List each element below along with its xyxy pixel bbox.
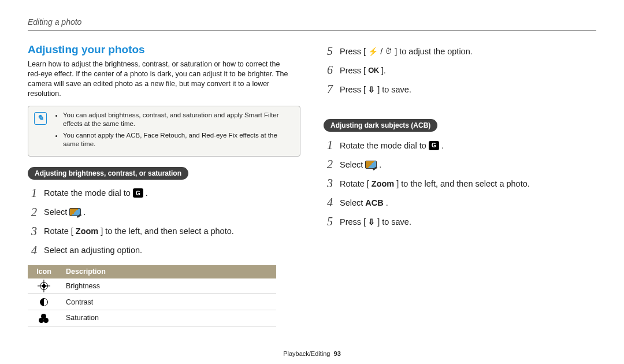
steps-list: 1 Rotate the mode dial to . 2 Select .	[28, 187, 300, 257]
edit-photo-icon	[69, 208, 81, 216]
note-box: ✎ You can adjust brightness, contrast, a…	[28, 106, 300, 157]
step-number: 5	[324, 215, 333, 228]
step-text: Rotate the mode dial to .	[44, 188, 148, 198]
step-number: 7	[324, 83, 333, 96]
step-text: Rotate [Zoom] to the left, and then sele…	[340, 179, 530, 188]
step-number: 2	[324, 158, 333, 171]
step-row: 7 Press [⇩] to save.	[324, 83, 596, 96]
step-number: 4	[324, 196, 333, 209]
step-text: Press [⇩] to save.	[340, 85, 411, 94]
contrast-icon	[40, 298, 48, 306]
options-table: Icon Description Brightness Contrast	[28, 265, 276, 326]
table-header-icon: Icon	[28, 265, 60, 278]
step-number: 3	[28, 225, 37, 238]
footer-page-number: 93	[334, 350, 341, 357]
step-row: 2 Select .	[28, 206, 300, 219]
subsection-pill-adjusting: Adjusting brightness, contrast, or satur…	[28, 167, 188, 180]
contrast-icon-cell	[28, 294, 60, 310]
acb-steps-list: 1 Rotate the mode dial to . 2 Select .	[324, 139, 596, 228]
flash-icon: ⚡	[368, 47, 378, 56]
step-number: 2	[28, 206, 37, 219]
page: Editing a photo Adjusting your photos Le…	[0, 0, 624, 364]
step-text: Select .	[340, 160, 381, 169]
footer-section: Playback/Editing	[283, 350, 330, 357]
ok-button-icon: OK	[368, 66, 379, 75]
save-icon: ⇩	[368, 85, 375, 94]
step-text: Press [OK].	[340, 66, 386, 75]
timer-icon: ⏱	[385, 47, 392, 55]
divider	[28, 30, 596, 31]
step-text: Select ACB.	[340, 198, 388, 207]
step-number: 6	[324, 64, 333, 77]
note-item: You can adjust brightness, contrast, and…	[63, 111, 294, 129]
step-text: Rotate [Zoom] to the left, and then sele…	[44, 226, 234, 236]
step-row: 5 Press [⚡/⏱] to adjust the option.	[324, 44, 596, 58]
table-cell: Brightness	[60, 278, 276, 294]
note-icon: ✎	[34, 112, 47, 125]
step-text: Press [⇩] to save.	[340, 217, 411, 226]
table-row: Contrast	[28, 294, 276, 310]
right-column: 5 Press [⚡/⏱] to adjust the option. 6 Pr…	[324, 43, 596, 326]
brightness-icon-cell	[28, 278, 60, 294]
table-header-desc: Description	[60, 265, 276, 278]
table-cell: Saturation	[60, 310, 276, 326]
step-row: 2 Select .	[324, 158, 596, 171]
step-number: 3	[324, 177, 333, 190]
step-row: 3 Rotate [Zoom] to the left, and then se…	[324, 177, 596, 190]
subsection-pill-acb: Adjusting dark subjects (ACB)	[324, 119, 437, 132]
page-footer: Playback/Editing 93	[0, 350, 624, 357]
brightness-icon	[40, 282, 48, 290]
intro-text: Learn how to adjust the brightness, cont…	[28, 60, 294, 99]
edit-photo-icon	[365, 161, 377, 169]
mode-dial-icon	[133, 188, 143, 198]
columns: Adjusting your photos Learn how to adjus…	[28, 43, 596, 326]
step-row: 4 Select ACB.	[324, 196, 596, 209]
step-text: Select an adjusting option.	[44, 246, 142, 255]
saturation-icon	[39, 314, 49, 322]
step-text: Rotate the mode dial to .	[340, 141, 444, 150]
step-number: 1	[324, 139, 333, 152]
table-cell: Contrast	[60, 294, 276, 310]
step-row: 1 Rotate the mode dial to .	[324, 139, 596, 152]
note-list: You can adjust brightness, contrast, and…	[54, 111, 294, 151]
step-row: 1 Rotate the mode dial to .	[28, 187, 300, 200]
step-text: Press [⚡/⏱] to adjust the option.	[340, 47, 473, 56]
step-row: 4 Select an adjusting option.	[28, 244, 300, 257]
section-title: Adjusting your photos	[28, 43, 300, 56]
step-number: 4	[28, 244, 37, 257]
table-row: Brightness	[28, 278, 276, 294]
note-item: You cannot apply the ACB, Face Retouch, …	[63, 131, 294, 149]
step-number: 5	[324, 44, 333, 58]
steps-continuation: 5 Press [⚡/⏱] to adjust the option. 6 Pr…	[324, 44, 596, 96]
save-icon: ⇩	[368, 217, 375, 226]
mode-dial-icon	[429, 141, 439, 150]
step-number: 1	[28, 187, 37, 200]
table-row: Saturation	[28, 310, 276, 326]
step-text: Select .	[44, 207, 86, 217]
saturation-icon-cell	[28, 310, 60, 326]
step-row: 6 Press [OK].	[324, 64, 596, 77]
step-row: 3 Rotate [Zoom] to the left, and then se…	[28, 225, 300, 238]
left-column: Adjusting your photos Learn how to adjus…	[28, 43, 300, 326]
breadcrumb: Editing a photo	[28, 17, 596, 27]
step-row: 5 Press [⇩] to save.	[324, 215, 596, 228]
